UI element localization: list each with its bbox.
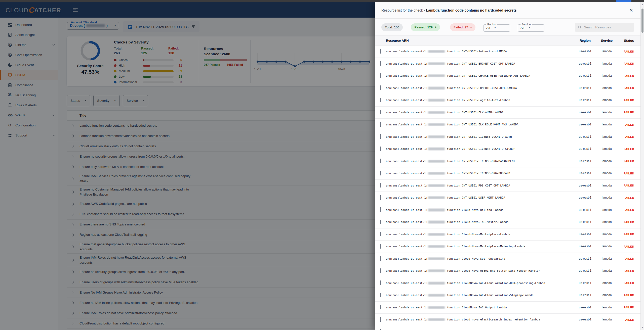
passed-count-badge[interactable]: Passed: 129+ — [411, 23, 440, 31]
search-resources-input[interactable] — [583, 25, 631, 29]
expand-chevron-icon[interactable] — [380, 256, 381, 261]
expand-chevron-icon[interactable] — [380, 122, 381, 127]
resource-region: us-east-1 — [574, 50, 596, 53]
resource-row[interactable]: arn:aws:lambda:us-east-1::function:CNT-U… — [375, 45, 640, 58]
scroll-up-icon[interactable]: ▲ — [641, 4, 644, 6]
resource-row[interactable]: arn:aws:lambda:us-east-1::function:Cloud… — [375, 253, 640, 265]
resource-service: lambda — [596, 135, 617, 139]
resource-row[interactable]: arn:aws:lambda:us-east-1::function:Cloud… — [375, 302, 640, 314]
resource-row[interactable]: arn:aws:lambda:us-east-1::function:Cloud… — [375, 204, 640, 216]
add-failed-filter-icon[interactable]: + — [470, 26, 472, 29]
resource-row[interactable]: arn:aws:lambda:us-east-1::function:CNT-U… — [375, 107, 640, 119]
region-filter-label: Region — [486, 23, 497, 26]
resource-status: FAILED — [617, 172, 640, 175]
expand-chevron-icon[interactable] — [380, 183, 381, 187]
failed-count-badge[interactable]: Failed: 27+ — [450, 23, 475, 31]
service-filter-dropdown-panel[interactable]: Service All▼ — [518, 23, 544, 32]
resource-row[interactable]: arn:aws:lambda:us-east-1::function:Cloud… — [375, 241, 640, 253]
redacted-account-id — [428, 245, 445, 248]
resource-status: FAILED — [617, 123, 640, 126]
redacted-account-id — [428, 233, 445, 236]
expand-chevron-icon[interactable] — [380, 305, 381, 309]
resource-status: FAILED — [617, 318, 640, 321]
resource-status: FAILED — [617, 281, 640, 285]
resource-row[interactable]: arn:aws:lambda:us-east-1::function:Cloud… — [375, 265, 640, 277]
resource-row[interactable]: arn:aws:lambda:us-east-1::function:CNT-U… — [375, 180, 640, 192]
expand-chevron-icon[interactable] — [380, 293, 381, 297]
resource-row[interactable]: arn:aws:lambda:us-east-1::function: us-e… — [375, 326, 640, 330]
resource-service: lambda — [596, 62, 617, 66]
redacted-account-id — [428, 135, 445, 138]
expand-chevron-icon[interactable] — [380, 110, 381, 114]
resource-row[interactable]: arn:aws:lambda:us-east-1::function:Cloud… — [375, 216, 640, 228]
resource-region: us-east-1 — [574, 208, 596, 212]
resource-row[interactable]: arn:aws:lambda:us-east-1::function:CNT-U… — [375, 119, 640, 131]
resource-service: lambda — [596, 245, 617, 248]
resource-arn: arn:aws:lambda:us-east-1::function:CNT-U… — [386, 135, 574, 138]
expand-chevron-icon[interactable] — [380, 317, 381, 322]
add-passed-filter-icon[interactable]: + — [435, 26, 436, 29]
resource-status: FAILED — [617, 99, 640, 102]
expand-chevron-icon[interactable] — [380, 220, 381, 224]
expand-chevron-icon[interactable] — [380, 195, 381, 200]
redacted-account-id — [428, 99, 445, 102]
panel-scrollbar[interactable]: ▲ ▼ — [640, 2, 644, 330]
redacted-account-id — [428, 282, 445, 285]
expand-chevron-icon[interactable] — [380, 207, 381, 212]
resource-region: us-east-1 — [574, 196, 596, 200]
resource-service: lambda — [596, 74, 617, 78]
resource-status: FAILED — [617, 111, 640, 114]
resource-row[interactable]: arn:aws:lambda:us-east-1::function:CNT-U… — [375, 94, 640, 107]
expand-chevron-icon[interactable] — [380, 73, 381, 78]
resource-row[interactable]: arn:aws:lambda:us-east-1::function:CNT-U… — [375, 167, 640, 180]
expand-chevron-icon[interactable] — [380, 134, 381, 139]
region-filter-dropdown[interactable]: Region All▼ — [484, 23, 510, 32]
region-column-header: Region — [574, 39, 596, 42]
resource-status: FAILED — [617, 50, 640, 53]
search-resources-box — [575, 23, 634, 32]
redacted-account-id — [428, 62, 445, 65]
resource-region: us-east-1 — [574, 257, 596, 261]
resource-status: FAILED — [617, 306, 640, 309]
expand-chevron-icon[interactable] — [380, 147, 381, 151]
resource-region: us-east-1 — [574, 159, 596, 163]
expand-chevron-icon[interactable] — [380, 268, 381, 273]
resource-row[interactable]: arn:aws:lambda:us-east-1::function:CNT-U… — [375, 155, 640, 168]
expand-chevron-icon[interactable] — [380, 171, 381, 175]
resource-row[interactable]: arn:aws:lambda:us-east-1::function:CNT-U… — [375, 58, 640, 70]
redacted-account-id — [428, 221, 445, 223]
scroll-down-icon[interactable]: ▼ — [641, 326, 644, 328]
resource-arn: arn:aws:lambda:us-east-1::function:CNT-U… — [386, 111, 574, 114]
overlay-backdrop[interactable] — [0, 2, 375, 330]
resource-row[interactable]: arn:aws:lambda:us-east-1::function:CNT-U… — [375, 82, 640, 95]
expand-chevron-icon[interactable] — [380, 85, 381, 90]
expand-chevron-icon[interactable] — [380, 244, 381, 249]
resource-row[interactable]: arn:aws:lambda:us-east-1::function:CNT-U… — [375, 143, 640, 155]
redacted-account-id — [428, 196, 445, 199]
close-icon[interactable]: × — [629, 7, 633, 13]
resource-row[interactable]: arn:aws:lambda:us-east-1::function:CNT-U… — [375, 70, 640, 82]
resource-service: lambda — [596, 257, 617, 261]
redacted-account-id — [428, 111, 445, 114]
resource-row[interactable]: arn:aws:lambda:us-east-1::function:Cloud… — [375, 277, 640, 290]
resource-row[interactable]: arn:aws:lambda:us-east-1::function:CNT-U… — [375, 131, 640, 143]
resource-status: FAILED — [617, 257, 640, 260]
resource-row[interactable]: arn:aws:lambda:us-east-1::function:CNT-U… — [375, 192, 640, 204]
resource-row[interactable]: arn:aws:lambda:us-east-1::function:Cloud… — [375, 289, 640, 302]
expand-chevron-icon[interactable] — [380, 98, 381, 102]
resource-row[interactable]: arn:aws:lambda:us-east-1::function:cloud… — [375, 314, 640, 326]
expand-chevron-icon[interactable] — [380, 232, 381, 236]
scrollbar-thumb[interactable] — [641, 9, 643, 33]
search-icon — [578, 25, 581, 29]
chevron-down-icon: ▼ — [494, 27, 496, 29]
screen: CLOUDCATCHER Dashboard Asset Insight $ F… — [0, 0, 644, 330]
resource-status: FAILED — [617, 294, 640, 297]
expand-chevron-icon[interactable] — [380, 159, 381, 163]
resource-status: FAILED — [617, 135, 640, 138]
expand-chevron-icon[interactable] — [380, 280, 381, 285]
resource-row[interactable]: arn:aws:lambda:us-east-1::function:Cloud… — [375, 228, 640, 241]
expand-chevron-icon[interactable] — [380, 61, 381, 66]
expand-chevron-icon[interactable] — [380, 49, 381, 54]
resource-arn: arn:aws:lambda:us-east-1::function:Cloud… — [386, 281, 574, 285]
redacted-account-id — [428, 209, 445, 211]
